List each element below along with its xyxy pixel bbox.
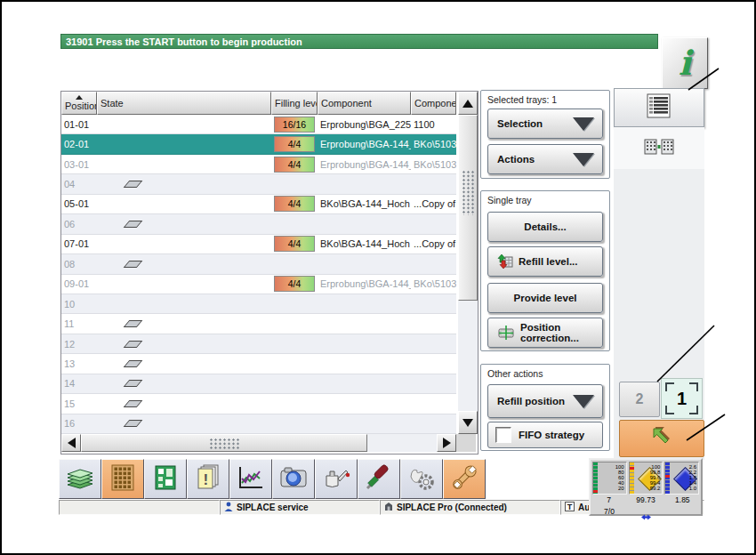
scroll-up-button[interactable] (458, 92, 478, 115)
table-row[interactable]: 14 (61, 374, 456, 394)
user-icon (224, 502, 233, 514)
table-row[interactable]: 11 (61, 314, 456, 334)
actions-dropdown-button[interactable]: Actions (487, 144, 603, 174)
table-row[interactable]: 12 (61, 334, 456, 354)
empty-tray-icon (124, 420, 143, 427)
filling-level-badge: 4/4 (274, 136, 315, 152)
table-row[interactable]: 01-0116/16Erprobung\BGA_2251100 (61, 115, 456, 134)
gauge-marker-icon (630, 467, 634, 470)
camera-icon (277, 463, 310, 495)
chart-icon (235, 463, 267, 495)
vertical-scrollbar[interactable] (458, 92, 478, 434)
filling-level-badge: 4/4 (274, 157, 315, 173)
scroll-right-icon (443, 438, 451, 448)
single-tray-label: Single tray (487, 195, 609, 205)
table-row[interactable]: 13 (61, 354, 456, 374)
gantry-2-button[interactable]: 2 (619, 382, 660, 417)
table-row[interactable]: 10 (61, 294, 456, 314)
empty-tray-icon (124, 360, 143, 367)
scroll-left-button[interactable] (61, 434, 81, 452)
provide-level-button[interactable]: Provide level (487, 283, 603, 313)
other-actions-group: Other actions Refill position FIFO strat… (480, 364, 610, 451)
stack-icon (64, 463, 96, 495)
column-header-component2[interactable]: Component (411, 92, 456, 115)
toolbar-button-wrench[interactable] (443, 459, 486, 499)
column-header-filling-level[interactable]: Filling level (271, 92, 318, 115)
horizontal-scrollbar-thumb[interactable] (81, 434, 367, 452)
table-row[interactable]: 02-014/4Erprobung\BGA-144_1BKo\5103 (61, 134, 456, 154)
back-button[interactable] (619, 420, 704, 457)
table-row[interactable]: 04 (61, 174, 456, 194)
scrollbar-corner (456, 434, 476, 452)
column-header-component[interactable]: Component (318, 92, 411, 115)
toolbar-button-stack[interactable] (59, 459, 101, 499)
refill-level-button[interactable]: Refill level... (487, 246, 603, 277)
scroll-left-icon (68, 438, 76, 448)
gauge-ticks: 10080604020 (615, 464, 624, 491)
toolbar-button-oil-can[interactable] (315, 459, 358, 499)
toolbar-button-pcb[interactable] (144, 459, 187, 499)
quality-value: 99.73 (627, 495, 664, 504)
toolbar-button-camera[interactable] (272, 459, 315, 499)
fifo-strategy-toggle[interactable]: FIFO strategy (487, 422, 603, 448)
selection-frame-icon (689, 406, 698, 414)
gantry-1-button[interactable]: 1 (661, 378, 703, 419)
position-correction-button[interactable]: Position correction... (487, 318, 603, 348)
list-view-icon (646, 92, 672, 123)
scroll-right-button[interactable] (437, 434, 456, 452)
selection-frame-icon (665, 382, 674, 391)
application-window: 31901 Press the START button to begin pr… (0, 0, 756, 555)
tray-pair-icon (643, 137, 675, 160)
other-actions-label: Other actions (487, 368, 609, 379)
table-row[interactable]: 08 (61, 254, 456, 274)
table-row[interactable]: 07-014/4BKo\BGA-144_Hoch...Copy of 51 (61, 235, 456, 254)
horizontal-scrollbar[interactable] (61, 434, 456, 452)
scroll-down-button[interactable] (458, 411, 478, 434)
empty-tray-icon (124, 181, 143, 188)
tray-grid-icon (107, 463, 139, 495)
table-row[interactable]: 15 (61, 394, 456, 414)
column-header-state[interactable]: State (97, 92, 271, 115)
quality-gauge: 10099.899.699.499.2 (629, 462, 664, 495)
gauge-ticks: 2.62.21.81.41.0 (689, 464, 696, 491)
chevron-down-icon (573, 117, 594, 131)
refill-position-dropdown-button[interactable]: Refill position (487, 384, 603, 418)
column-header-position[interactable]: Position (61, 92, 97, 115)
table-row[interactable]: 06 (61, 214, 456, 234)
toolbar-button-report-warning[interactable]: ! (187, 459, 229, 499)
toolbar-button-chart[interactable] (229, 459, 272, 499)
sort-ascending-icon (76, 95, 83, 100)
report-warning-icon: ! (192, 463, 224, 495)
info-icon: i (679, 46, 691, 80)
gauge-bar (665, 462, 670, 494)
table-row[interactable]: 03-014/4Erprobung\BGA-144_2BKo\5103 (61, 155, 456, 174)
wrench-icon (448, 463, 480, 495)
selected-trays-label: Selected trays: 1 (487, 94, 609, 105)
machine-icon (384, 502, 393, 513)
toolbar-button-tray-grid[interactable] (101, 459, 144, 499)
svg-text:!: ! (204, 471, 209, 488)
filling-level-badge: 4/4 (274, 236, 315, 252)
tab-tray-view[interactable] (614, 127, 704, 169)
tab-list-view[interactable] (614, 88, 704, 127)
selection-frame-icon (665, 406, 674, 414)
table-row[interactable]: 09-014/4Erprobung\BGA-144_3BKo\5103 (61, 275, 456, 294)
rate-value: 1.85 (664, 495, 701, 504)
back-arrow-icon (647, 424, 676, 453)
fifo-checkbox[interactable] (495, 427, 511, 443)
screwdriver-icon (363, 463, 395, 495)
table-row[interactable]: 16 (61, 414, 456, 434)
toolbar-button-hand-gear[interactable] (400, 459, 443, 499)
toolbar-button-screwdriver[interactable] (358, 459, 400, 499)
table-row[interactable]: 05-014/4BKo\BGA-144_Hoch...Copy of 51 (61, 195, 456, 214)
scrollbar-grip-icon (462, 171, 475, 215)
empty-tray-icon (124, 221, 143, 228)
filling-level-badge: 16/16 (274, 117, 315, 133)
details-button[interactable]: Details... (487, 212, 603, 242)
scroll-up-icon (462, 100, 473, 108)
vertical-scrollbar-thumb[interactable] (458, 115, 478, 301)
selection-dropdown-button[interactable]: Selection (487, 109, 603, 139)
single-tray-group: Single tray Details... Refill level... P… (480, 190, 610, 351)
info-button[interactable]: i (662, 37, 708, 89)
board-count-value: 7 (591, 495, 627, 504)
